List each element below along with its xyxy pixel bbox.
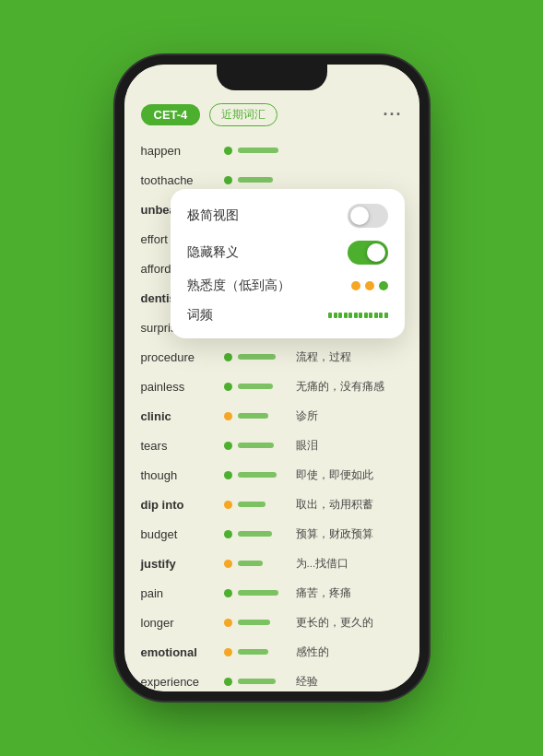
word-text: happen bbox=[141, 144, 224, 158]
word-dot bbox=[224, 678, 232, 686]
word-meaning: 为...找借口 bbox=[296, 557, 403, 571]
word-row[interactable]: clinic诊所 bbox=[124, 401, 419, 431]
freq-seg-1 bbox=[328, 313, 332, 318]
word-dot bbox=[224, 589, 232, 597]
word-progress-wrap bbox=[238, 413, 289, 419]
word-meaning: 更长的，更久的 bbox=[296, 616, 403, 630]
word-progress-wrap bbox=[238, 472, 289, 478]
word-text: dip into bbox=[141, 498, 224, 512]
freq-bar bbox=[328, 313, 388, 318]
word-meaning: 预算，财政预算 bbox=[296, 527, 403, 541]
freq-seg-6 bbox=[354, 313, 358, 318]
word-dot bbox=[224, 619, 232, 627]
word-list: happentoothacheunbearableeffortaffordabl… bbox=[124, 134, 419, 691]
word-row[interactable]: dip into取出，动用积蓄 bbox=[124, 490, 419, 519]
word-progress-wrap bbox=[238, 384, 289, 389]
word-progress-wrap bbox=[238, 502, 289, 507]
word-dot bbox=[224, 442, 232, 450]
phone-notch bbox=[217, 65, 327, 90]
word-progress-bar bbox=[238, 620, 271, 625]
word-text: longer bbox=[141, 616, 224, 630]
word-progress-bar bbox=[238, 649, 268, 655]
popup-label-freq: 词频 bbox=[187, 307, 213, 324]
word-progress-bar bbox=[238, 443, 275, 448]
word-text: pain bbox=[141, 586, 224, 600]
word-row[interactable]: budget预算，财政预算 bbox=[124, 519, 419, 549]
popup-row-simple-view: 极简视图 bbox=[187, 204, 388, 228]
word-progress-wrap bbox=[238, 177, 289, 183]
word-dot bbox=[224, 530, 232, 538]
familiarity-dots bbox=[351, 281, 388, 290]
popup-label-hide: 隐藏释义 bbox=[187, 244, 239, 261]
word-text: justify bbox=[141, 557, 224, 571]
word-row[interactable]: painless无痛的，没有痛感 bbox=[124, 372, 419, 401]
word-dot bbox=[224, 412, 232, 420]
word-text: toothache bbox=[141, 173, 224, 187]
freq-seg-5 bbox=[348, 313, 352, 318]
toggle-knob-2 bbox=[367, 243, 385, 262]
word-progress-bar bbox=[238, 561, 264, 566]
recent-tag[interactable]: 近期词汇 bbox=[209, 103, 277, 126]
phone-screen: CET-4 近期词汇 ··· happentoothacheunbearable… bbox=[124, 65, 419, 691]
word-dot bbox=[224, 471, 232, 479]
word-row[interactable]: experience经验 bbox=[124, 667, 419, 691]
word-progress-bar bbox=[238, 502, 266, 507]
word-row[interactable]: procedure流程，过程 bbox=[124, 342, 419, 372]
word-meaning: 经验 bbox=[296, 675, 403, 689]
phone-frame: CET-4 近期词汇 ··· happentoothacheunbearable… bbox=[124, 65, 419, 691]
word-text: budget bbox=[141, 527, 224, 541]
word-text: painless bbox=[141, 380, 224, 394]
word-text: clinic bbox=[141, 409, 224, 423]
word-row[interactable]: longer更长的，更久的 bbox=[124, 608, 419, 637]
word-meaning: 眼泪 bbox=[296, 439, 403, 453]
freq-seg-8 bbox=[364, 313, 368, 318]
word-progress-bar bbox=[238, 590, 278, 596]
word-text: emotional bbox=[141, 645, 224, 659]
word-progress-bar bbox=[238, 177, 274, 183]
word-progress-wrap bbox=[238, 354, 289, 360]
popup-row-familiarity: 熟悉度（低到高） bbox=[187, 278, 388, 294]
popup-row-frequency: 词频 bbox=[187, 307, 388, 324]
more-button[interactable]: ··· bbox=[383, 105, 402, 124]
word-text: experience bbox=[141, 675, 224, 689]
cet-tag[interactable]: CET-4 bbox=[141, 104, 201, 125]
word-progress-bar bbox=[238, 148, 278, 153]
word-progress-wrap bbox=[238, 148, 289, 153]
toggle-simple-view[interactable] bbox=[348, 204, 388, 228]
popup-row-hide-meaning: 隐藏释义 bbox=[187, 241, 388, 265]
freq-seg-12 bbox=[384, 313, 388, 318]
word-row[interactable]: justify为...找借口 bbox=[124, 549, 419, 578]
fam-dot-1 bbox=[351, 281, 360, 290]
word-progress-wrap bbox=[238, 443, 289, 448]
word-dot bbox=[224, 648, 232, 656]
word-dot bbox=[224, 176, 232, 184]
word-dot bbox=[224, 353, 232, 361]
word-row[interactable]: emotional感性的 bbox=[124, 637, 419, 667]
toggle-hide-meaning[interactable] bbox=[348, 241, 388, 265]
fam-dot-3 bbox=[379, 281, 388, 290]
word-row[interactable]: though即使，即便如此 bbox=[124, 460, 419, 490]
freq-seg-4 bbox=[344, 313, 348, 318]
word-dot bbox=[224, 383, 232, 391]
word-meaning: 痛苦，疼痛 bbox=[296, 586, 403, 600]
freq-seg-9 bbox=[369, 313, 372, 318]
word-progress-bar bbox=[238, 472, 277, 478]
word-progress-bar bbox=[238, 354, 276, 360]
word-dot bbox=[224, 560, 232, 568]
word-row[interactable]: happen bbox=[124, 136, 419, 165]
word-progress-wrap bbox=[238, 561, 289, 566]
word-row[interactable]: tears眼泪 bbox=[124, 431, 419, 460]
word-progress-bar bbox=[238, 384, 274, 389]
word-progress-wrap bbox=[238, 649, 289, 655]
freq-seg-7 bbox=[359, 313, 362, 318]
word-text: tears bbox=[141, 439, 224, 453]
word-progress-bar bbox=[238, 413, 268, 419]
word-meaning: 诊所 bbox=[296, 409, 403, 423]
popup-label-simple: 极简视图 bbox=[187, 207, 239, 224]
word-row[interactable]: pain痛苦，疼痛 bbox=[124, 578, 419, 608]
freq-seg-3 bbox=[338, 313, 342, 318]
word-meaning: 流程，过程 bbox=[296, 350, 403, 364]
word-dot bbox=[224, 147, 232, 155]
fam-dot-2 bbox=[365, 281, 374, 290]
freq-seg-11 bbox=[379, 313, 383, 318]
